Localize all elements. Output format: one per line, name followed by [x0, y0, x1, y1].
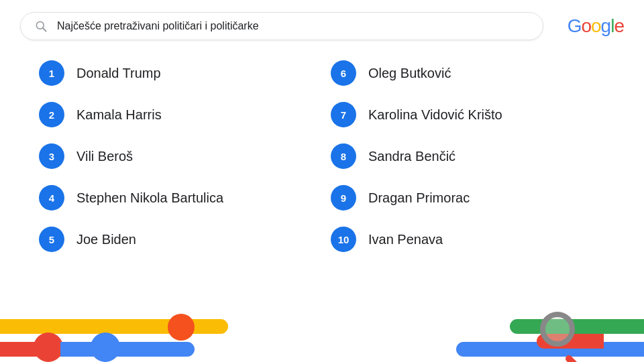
list-item: 6 Oleg Butković — [325, 54, 617, 93]
rank-badge: 7 — [331, 102, 356, 127]
rank-badge: 5 — [39, 227, 64, 252]
list-item: 4 Stephen Nikola Bartulica — [34, 178, 325, 217]
item-name: Joe Biden — [76, 232, 136, 247]
list-item: 9 Dragan Primorac — [325, 178, 617, 217]
search-query-text: Najčešće pretraživani političari i polit… — [57, 20, 259, 32]
item-name: Donald Trump — [76, 66, 161, 81]
rank-badge: 8 — [331, 143, 356, 169]
rank-badge: 10 — [331, 227, 356, 252]
rank-badge: 1 — [39, 60, 64, 86]
list-item: 1 Donald Trump — [34, 54, 325, 93]
item-name: Kamala Harris — [76, 107, 162, 123]
google-logo: Google — [568, 15, 624, 37]
item-name: Dragan Primorac — [368, 190, 470, 206]
item-name: Oleg Butković — [368, 66, 451, 81]
item-name: Sandra Benčić — [368, 149, 455, 164]
bottom-decoration — [0, 298, 644, 362]
item-name: Vili Beroš — [76, 149, 133, 164]
blue-circle — [91, 333, 120, 362]
rank-badge: 9 — [331, 185, 356, 210]
magnifier-icon — [540, 312, 590, 362]
right-column: 6 Oleg Butković 7 Karolina Vidović Krišt… — [325, 54, 617, 259]
header: Najčešće pretraživani političari i polit… — [0, 0, 644, 47]
red-circle — [34, 333, 63, 362]
list-item: 10 Ivan Penava — [325, 220, 617, 259]
svg-line-1 — [43, 28, 46, 32]
list-item: 3 Vili Beroš — [34, 137, 325, 176]
magnifier-handle — [564, 354, 583, 362]
trending-list: 1 Donald Trump 2 Kamala Harris 3 Vili Be… — [0, 47, 644, 259]
search-bar[interactable]: Najčešće pretraživani političari i polit… — [20, 12, 543, 40]
list-item: 8 Sandra Benčić — [325, 137, 617, 176]
rank-badge: 4 — [39, 185, 64, 210]
magnifier-lens — [540, 312, 575, 347]
item-name: Stephen Nikola Bartulica — [76, 190, 223, 206]
search-icon — [34, 19, 48, 33]
item-name: Ivan Penava — [368, 232, 443, 247]
list-item: 7 Karolina Vidović Krišto — [325, 95, 617, 134]
rank-badge: 6 — [331, 60, 356, 86]
rank-badge: 3 — [39, 143, 64, 169]
list-item: 5 Joe Biden — [34, 220, 325, 259]
orange-circle — [168, 314, 195, 341]
left-column: 1 Donald Trump 2 Kamala Harris 3 Vili Be… — [34, 54, 325, 259]
rank-badge: 2 — [39, 102, 64, 127]
item-name: Karolina Vidović Krišto — [368, 107, 502, 123]
list-item: 2 Kamala Harris — [34, 95, 325, 134]
blue-bar-bottom — [60, 342, 195, 357]
